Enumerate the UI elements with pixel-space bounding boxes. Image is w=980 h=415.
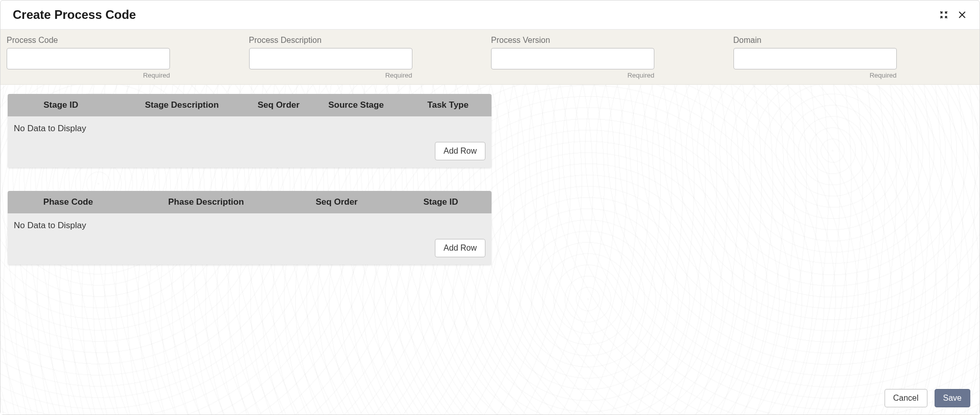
phases-add-row-button[interactable]: Add Row [435, 239, 485, 257]
process-description-label: Process Description [249, 36, 489, 45]
phases-actions: Add Row [8, 234, 492, 264]
phases-table-panel: Phase Code Phase Description Seq Order S… [8, 191, 492, 264]
stages-table-header: Stage ID Stage Description Seq Order Sou… [8, 94, 492, 116]
process-code-label: Process Code [7, 36, 247, 45]
save-button[interactable]: Save [935, 389, 970, 407]
stages-table-panel: Stage ID Stage Description Seq Order Sou… [8, 94, 492, 167]
phases-table-header: Phase Code Phase Description Seq Order S… [8, 191, 492, 213]
process-version-input[interactable] [491, 48, 654, 69]
dialog-body: Stage ID Stage Description Seq Order Sou… [1, 85, 979, 414]
stages-actions: Add Row [8, 137, 492, 167]
domain-field: Domain Required [732, 36, 975, 79]
domain-input[interactable] [733, 48, 897, 69]
process-description-field: Process Description Required [248, 36, 491, 79]
process-code-field: Process Code Required [6, 36, 248, 79]
stages-col-source-stage: Source Stage [308, 94, 405, 116]
dialog-header: Create Process Code [1, 1, 979, 30]
dialog-footer: Cancel Save [1, 382, 979, 414]
process-description-required-hint: Required [249, 71, 412, 79]
phases-col-seq-order: Seq Order [283, 191, 390, 213]
domain-label: Domain [733, 36, 974, 45]
domain-required-hint: Required [733, 71, 897, 79]
create-process-code-dialog: Create Process Code Process Code Require… [0, 0, 980, 415]
close-icon[interactable] [955, 8, 969, 22]
process-description-input[interactable] [249, 48, 412, 69]
phases-col-phase-desc: Phase Description [129, 191, 283, 213]
stages-col-stage-desc: Stage Description [114, 94, 250, 116]
phases-empty-text: No Data to Display [8, 213, 492, 234]
process-code-required-hint: Required [7, 71, 170, 79]
cancel-button[interactable]: Cancel [885, 389, 927, 407]
stages-empty-text: No Data to Display [8, 116, 492, 137]
stages-col-seq-order: Seq Order [250, 94, 308, 116]
process-version-field: Process Version Required [490, 36, 732, 79]
stages-add-row-button[interactable]: Add Row [435, 142, 485, 160]
phases-col-stage-id: Stage ID [390, 191, 492, 213]
restore-window-icon[interactable] [937, 8, 951, 22]
stages-col-stage-id: Stage ID [8, 94, 114, 116]
dialog-title: Create Process Code [13, 8, 933, 22]
stages-col-task-type: Task Type [404, 94, 492, 116]
process-code-input[interactable] [7, 48, 170, 69]
process-version-label: Process Version [491, 36, 731, 45]
form-row: Process Code Required Process Descriptio… [1, 30, 979, 85]
process-version-required-hint: Required [491, 71, 654, 79]
phases-col-phase-code: Phase Code [8, 191, 129, 213]
